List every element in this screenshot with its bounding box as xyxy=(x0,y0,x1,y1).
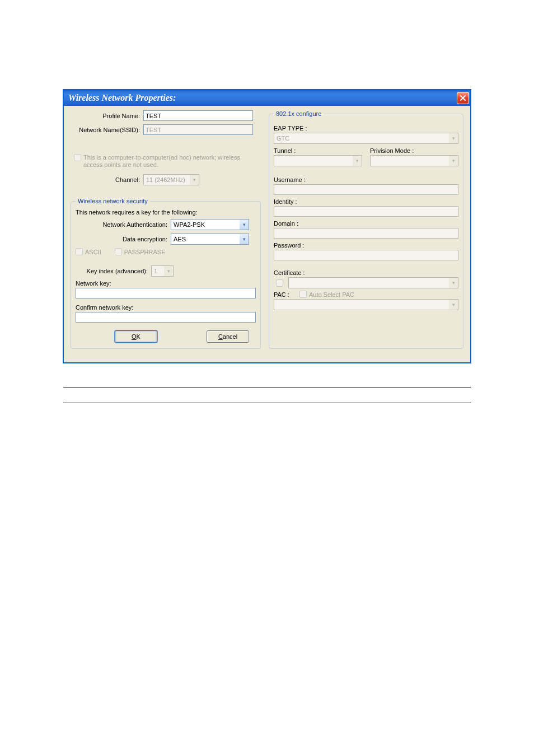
chevron-down-icon: ▾ xyxy=(449,278,458,288)
enc-select[interactable]: AES ▾ xyxy=(171,234,249,245)
confirm-key-label: Confirm network key: xyxy=(76,304,256,311)
auth-select[interactable]: WPA2-PSK ▾ xyxy=(171,219,249,230)
domain-label: Domain : xyxy=(274,220,458,227)
wireless-network-properties-dialog: Wireless Network Properties: Profile Nam… xyxy=(63,90,471,363)
horizontal-rules xyxy=(63,388,471,403)
privision-mode-select: ▾ xyxy=(370,155,458,166)
close-icon[interactable] xyxy=(457,92,469,104)
chevron-down-icon: ▾ xyxy=(449,156,458,166)
username-label: Username : xyxy=(274,176,458,183)
titlebar: Wireless Network Properties: xyxy=(64,90,470,106)
wireless-security-legend: Wireless network security xyxy=(76,198,150,204)
identity-input xyxy=(274,206,458,217)
auth-label: Network Authentication: xyxy=(76,221,171,228)
channel-select: 11 (2462MHz) ▾ xyxy=(143,174,199,185)
certificate-select: ▾ xyxy=(288,277,458,288)
password-input xyxy=(274,250,458,260)
network-key-input[interactable] xyxy=(76,288,256,298)
dialog-title: Wireless Network Properties: xyxy=(68,93,457,103)
ssid-input xyxy=(143,124,253,135)
adhoc-checkbox xyxy=(74,154,81,161)
wireless-security-group: Wireless network security This network r… xyxy=(71,198,261,349)
ascii-checkbox xyxy=(76,248,83,255)
8021x-legend: 802.1x configure xyxy=(274,110,324,117)
privision-mode-label: Privision Mode : xyxy=(370,147,458,154)
passphrase-checkbox xyxy=(115,248,122,255)
enc-label: Data encryption: xyxy=(76,236,171,242)
pac-label: PAC : xyxy=(274,291,289,298)
pac-select: ▾ xyxy=(274,299,458,310)
adhoc-label: This is a computer-to-computer(ad hoc) n… xyxy=(83,154,261,169)
eap-type-select: GTC ▾ xyxy=(274,133,458,144)
channel-label: Channel: xyxy=(71,176,143,183)
8021x-group: 802.1x configure EAP TYPE : GTC ▾ Tunnel… xyxy=(269,110,463,349)
ascii-label: ASCII xyxy=(85,249,101,255)
chevron-down-icon: ▾ xyxy=(353,156,362,166)
netkey-label: Network key: xyxy=(76,280,256,287)
keyidx-label: Key index (advanced): xyxy=(76,268,151,274)
chevron-down-icon[interactable]: ▾ xyxy=(240,220,249,230)
eap-type-label: EAP TYPE : xyxy=(274,125,458,132)
passphrase-label: PASSPHRASE xyxy=(124,249,166,255)
chevron-down-icon: ▾ xyxy=(190,175,199,185)
chevron-down-icon: ▾ xyxy=(449,133,458,143)
certificate-checkbox xyxy=(276,279,283,287)
chevron-down-icon: ▾ xyxy=(164,266,173,276)
domain-input xyxy=(274,228,458,239)
chevron-down-icon: ▾ xyxy=(449,300,458,310)
certificate-label: Certificate : xyxy=(274,269,458,276)
ok-button[interactable]: OK xyxy=(115,330,157,343)
chevron-down-icon[interactable]: ▾ xyxy=(240,234,249,244)
auto-select-pac-label: Auto Select PAC xyxy=(309,291,354,298)
cancel-button[interactable]: Cancel xyxy=(207,330,249,343)
security-note: This network requires a key for the foll… xyxy=(76,209,256,216)
confirm-key-input[interactable] xyxy=(76,312,256,323)
tunnel-label: Tunnel : xyxy=(274,147,362,154)
keyidx-select: 1 ▾ xyxy=(151,265,174,277)
profile-name-input[interactable] xyxy=(143,110,253,121)
profile-name-label: Profile Name: xyxy=(71,113,143,119)
username-input xyxy=(274,184,458,195)
ssid-label: Network Name(SSID): xyxy=(71,127,143,133)
identity-label: Identity : xyxy=(274,198,458,205)
password-label: Password : xyxy=(274,242,458,249)
auto-select-pac-checkbox xyxy=(299,291,307,298)
tunnel-select: ▾ xyxy=(274,155,362,166)
